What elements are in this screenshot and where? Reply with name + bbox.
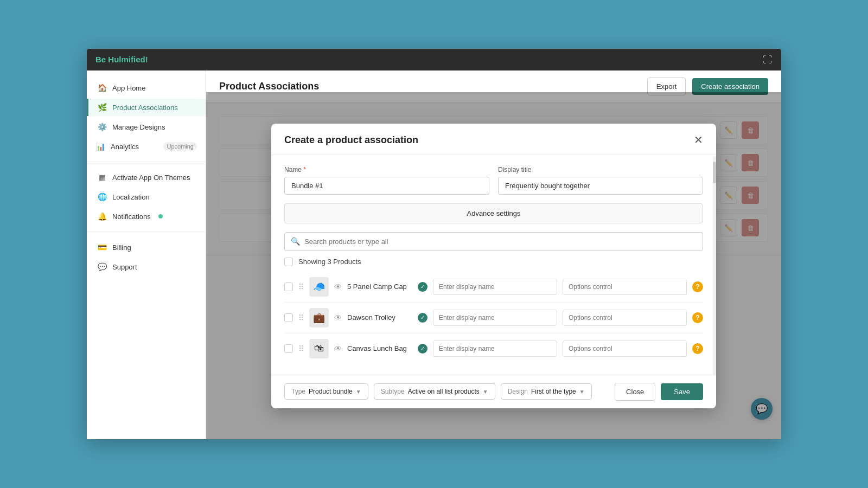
sidebar-item-activate-app[interactable]: ▦ Activate App On Themes [87,169,206,186]
options-input-1[interactable] [563,310,687,326]
required-star: * [303,166,306,174]
check-circle-2: ✓ [418,344,427,354]
type-select[interactable]: Type Product bundle ▼ [284,383,368,400]
eye-icon-0[interactable]: 👁 [334,282,342,291]
sidebar-item-label: Localization [112,193,150,201]
product-checkbox-2[interactable] [284,344,293,353]
brand-text: Be Hulmified! [95,55,148,64]
subtype-value: Active on all list products [408,388,480,395]
search-input[interactable] [284,232,703,251]
sidebar: 🏠 App Home 🌿 Product Associations ⚙️ Man… [87,70,206,439]
brand-name: Hulmified! [108,55,148,64]
product-checkbox-1[interactable] [284,313,293,322]
product-row: ⠿ 🛍 👁 Canvas Lunch Bag ✓ ? [284,333,703,364]
sidebar-item-product-associations[interactable]: 🌿 Product Associations [87,99,206,116]
save-button[interactable]: Save [661,383,703,400]
drag-handle-0[interactable]: ⠿ [298,282,304,291]
display-title-label: Display title [498,166,703,174]
products-header: Showing 3 Products [284,258,703,266]
product-thumb-0: 🧢 [309,277,329,297]
name-label: Name * [284,166,489,174]
gear-icon: ⚙️ [97,123,107,131]
modal-close-button[interactable]: ✕ [694,134,703,145]
drag-handle-2[interactable]: ⠿ [298,344,304,353]
name-input[interactable] [284,177,489,195]
options-input-0[interactable] [563,279,687,295]
sidebar-item-label: App Home [112,84,145,92]
design-select[interactable]: Design First of the type ▼ [501,383,592,400]
product-row: ⠿ 🧢 👁 5 Panel Camp Cap ✓ ? [284,272,703,303]
sidebar-item-notifications[interactable]: 🔔 Notifications [87,208,206,225]
sidebar-item-billing[interactable]: 💳 Billing [87,239,206,256]
modal-overlay: Create a product association ✕ Name * [206,92,781,439]
notification-dot [158,214,163,219]
sidebar-item-support[interactable]: 💬 Support [87,258,206,275]
help-icon-2[interactable]: ? [692,343,703,354]
check-circle-0: ✓ [418,282,427,292]
sidebar-item-app-home[interactable]: 🏠 App Home [87,79,206,97]
subtype-select[interactable]: Subtype Active on all list products ▼ [374,383,495,400]
billing-icon: 💳 [97,243,107,252]
display-title-input[interactable] [498,177,703,195]
sidebar-item-localization[interactable]: 🌐 Localization [87,188,206,206]
home-icon: 🏠 [97,84,107,92]
check-circle-1: ✓ [418,313,427,323]
modal-body: Name * Display title Advance se [271,155,716,375]
search-container: 🔍 [284,232,703,251]
help-icon-1[interactable]: ? [692,312,703,323]
modal-title: Create a product association [284,134,418,146]
product-checkbox-0[interactable] [284,282,293,291]
brand: Be Hulmified! [95,55,148,65]
product-thumb-2: 🛍 [309,339,329,358]
product-name-0: 5 Panel Camp Cap [347,282,412,291]
eye-icon-2[interactable]: 👁 [334,344,342,353]
product-row: ⠿ 💼 👁 Dawson Trolley ✓ ? [284,303,703,333]
advance-settings-button[interactable]: Advance settings [284,203,703,223]
form-group-display-title: Display title [498,166,703,195]
title-bar: Be Hulmified! ⛶ [87,49,781,70]
display-name-input-0[interactable] [433,279,557,295]
leaf-icon: 🌿 [97,103,107,112]
sidebar-divider [87,162,206,162]
design-label: Design [508,388,528,395]
activate-icon: ▦ [97,173,107,182]
product-list: ⠿ 🧢 👁 5 Panel Camp Cap ✓ ? ⠿ 💼 👁 Dawson … [284,272,703,364]
help-icon-0[interactable]: ? [692,281,703,292]
app-window: Be Hulmified! ⛶ 🏠 App Home 🌿 Product Ass… [87,49,781,439]
bell-icon: 🔔 [97,212,107,221]
modal-scrollbar[interactable] [713,156,716,376]
sidebar-item-label: Analytics [111,143,139,151]
eye-icon-1[interactable]: 👁 [334,313,342,322]
modal-footer: Type Product bundle ▼ Subtype Active on … [271,375,716,408]
close-button[interactable]: Close [615,383,655,401]
type-label: Type [291,388,305,395]
sidebar-item-label: Billing [112,243,131,252]
options-input-2[interactable] [563,341,687,357]
modal: Create a product association ✕ Name * [271,124,716,408]
display-name-input-2[interactable] [433,341,557,357]
fullscreen-icon[interactable]: ⛶ [763,54,773,66]
sidebar-item-label: Support [112,263,137,271]
select-all-checkbox[interactable] [284,258,293,266]
sidebar-item-label: Manage Designs [112,123,165,131]
sidebar-item-manage-designs[interactable]: ⚙️ Manage Designs [87,118,206,136]
page-title: Product Associations [219,81,319,92]
search-icon: 🔍 [291,237,300,246]
design-arrow-icon: ▼ [579,389,585,395]
product-name-1: Dawson Trolley [347,313,412,322]
main-content: Product Associations Export Create assoc… [206,70,781,439]
subtype-arrow-icon: ▼ [483,389,488,395]
drag-handle-1[interactable]: ⠿ [298,313,304,322]
sidebar-item-analytics[interactable]: 📊 Analytics Upcoming [87,138,206,155]
sidebar-item-label: Activate App On Themes [112,174,190,182]
upcoming-badge: Upcoming [163,142,197,151]
form-group-name: Name * [284,166,489,195]
design-value: First of the type [531,388,576,395]
display-name-input-1[interactable] [433,310,557,326]
type-value: Product bundle [309,388,353,395]
analytics-icon: 📊 [95,142,105,151]
type-arrow-icon: ▼ [356,389,361,395]
modal-header: Create a product association ✕ [271,124,716,155]
sidebar-item-label: Product Associations [112,104,178,112]
showing-label: Showing 3 Products [298,258,361,266]
